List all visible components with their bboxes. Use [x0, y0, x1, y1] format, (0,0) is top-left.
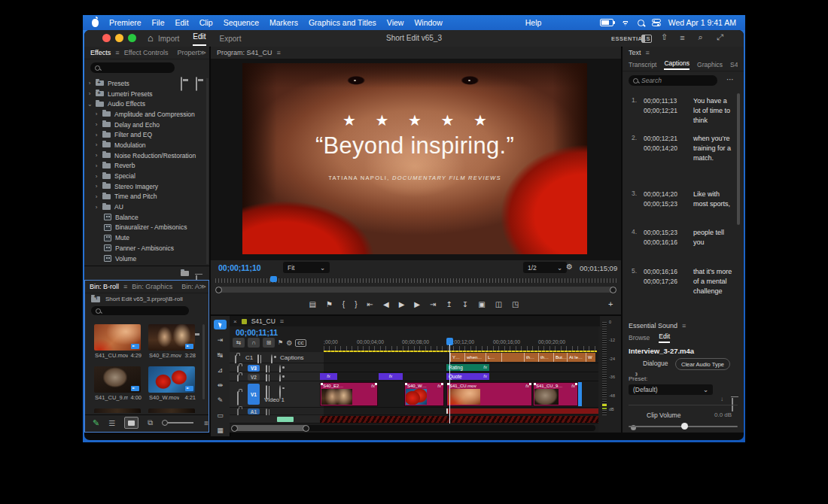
- chevron-icon[interactable]: [94, 121, 99, 128]
- zoom-level-dropdown[interactable]: Fit⌄: [283, 262, 330, 273]
- workspace-icon[interactable]: [641, 35, 652, 43]
- ripple-edit-tool[interactable]: ↹: [214, 350, 227, 360]
- bin-search-input[interactable]: [91, 306, 189, 315]
- add-marker-icon[interactable]: ⚑: [278, 339, 283, 346]
- video-clip-sliver[interactable]: [578, 382, 582, 406]
- effects-tree-item[interactable]: Volume: [84, 254, 206, 264]
- sort-menu-icon[interactable]: ≡: [204, 419, 209, 427]
- expand-icon[interactable]: ⤢: [715, 32, 725, 41]
- wifi-icon[interactable]: [621, 20, 630, 26]
- caption-clip[interactable]: W: [586, 353, 595, 362]
- track-a1-content[interactable]: [324, 408, 598, 415]
- effects-tree-item[interactable]: Audio Effects: [84, 99, 206, 109]
- transport-button[interactable]: ↥: [446, 300, 452, 308]
- rectangle-tool[interactable]: ▭: [214, 410, 227, 420]
- share-icon[interactable]: ⇧: [659, 32, 669, 41]
- clip-thumbnail[interactable]: [94, 408, 141, 413]
- track-v2-content[interactable]: fx fx Quotefx: [324, 372, 598, 381]
- effects-tree-item[interactable]: Lumetri Presets: [84, 89, 206, 99]
- scrollbar-knob-right[interactable]: [610, 287, 616, 293]
- captions-scrollbar[interactable]: [737, 93, 740, 225]
- panel-menu-icon[interactable]: ≡: [682, 322, 686, 329]
- track-target-badge[interactable]: V2: [248, 374, 260, 381]
- caption-clip[interactable]: when…: [464, 353, 486, 362]
- chevron-icon[interactable]: [94, 141, 99, 148]
- track-v1-content[interactable]: S40_E2…fx S40_W…fx S41_CU.movfx S41_CU_9…: [324, 381, 598, 408]
- effects-tree-item[interactable]: Panner - Ambisonics: [84, 243, 206, 254]
- transport-button[interactable]: ▤: [309, 300, 315, 308]
- tab-effects[interactable]: Effects: [84, 49, 115, 56]
- zoom-slider[interactable]: [162, 420, 193, 426]
- quote-graphic-clip[interactable]: Quotefx: [446, 373, 489, 380]
- menu-item[interactable]: Markers: [269, 18, 298, 27]
- effects-tree-item[interactable]: Balance: [84, 212, 206, 223]
- tab-properties[interactable]: Properties: [173, 49, 199, 56]
- menu-item[interactable]: File: [152, 18, 165, 27]
- type-tool[interactable]: ▦: [214, 425, 227, 435]
- audio-clip[interactable]: [446, 408, 598, 414]
- timeline-scrollbar-thumb[interactable]: [233, 425, 308, 431]
- chevron-icon[interactable]: [94, 162, 99, 169]
- scrollbar-knob-left[interactable]: [231, 425, 238, 432]
- video-clip[interactable]: S41_CU.movfx: [446, 382, 532, 406]
- transport-button[interactable]: ◀: [383, 300, 389, 308]
- caption-text[interactable]: people tell you: [693, 228, 735, 247]
- effects-tree-item[interactable]: Binauralizer - Ambisonics: [84, 223, 206, 233]
- chevron-icon[interactable]: [94, 152, 99, 159]
- captions-badge[interactable]: CC: [295, 339, 306, 347]
- list-view-icon[interactable]: ☰: [108, 419, 115, 427]
- menu-item[interactable]: Premiere: [109, 18, 142, 27]
- bin-clip[interactable]: S40_E2.mov 3:28: [148, 324, 196, 359]
- effects-scrollbar[interactable]: [206, 78, 209, 264]
- menu-item[interactable]: Sequence: [224, 18, 259, 27]
- chevron-icon[interactable]: [94, 193, 99, 200]
- bin-clip[interactable]: S41_CU.mov 4:29: [94, 324, 142, 359]
- slip-tool[interactable]: ⇹: [214, 380, 227, 390]
- bin-clip[interactable]: S40_W.mov 4:21: [148, 366, 196, 401]
- track-header-v1[interactable]: V1 Video 1: [230, 381, 324, 408]
- chevron-icon[interactable]: [94, 132, 99, 138]
- close-icon[interactable]: ×: [233, 318, 237, 325]
- minimize-window-button[interactable]: [115, 34, 123, 42]
- effects-tree-item[interactable]: Amplitude and Compression: [84, 109, 206, 120]
- effects-tree-item[interactable]: Special: [84, 171, 206, 181]
- bin-clip[interactable]: [148, 408, 196, 413]
- text-panel-title[interactable]: Text: [623, 49, 646, 56]
- transport-button[interactable]: ▣: [478, 300, 485, 308]
- tab-edit[interactable]: Edit: [659, 332, 670, 343]
- battery-icon[interactable]: [600, 19, 613, 26]
- scrollbar-knob-right[interactable]: [303, 425, 309, 432]
- track-header-a2[interactable]: [230, 415, 324, 424]
- transport-button[interactable]: ▶: [414, 300, 420, 308]
- video-clip[interactable]: S41_CU_9…fx: [533, 382, 578, 406]
- tab-bin-broll[interactable]: Bin: B-roll: [85, 283, 123, 290]
- clip-thumbnail[interactable]: [94, 366, 141, 393]
- playback-resolution-dropdown[interactable]: 1/2⌄: [523, 262, 567, 273]
- caption-clip[interactable]: At le…: [567, 353, 586, 362]
- timeline-timecode[interactable]: 00;00;11;11: [236, 328, 278, 337]
- effects-tree-item[interactable]: Reverb: [84, 161, 206, 172]
- menu-item[interactable]: Edit: [175, 18, 189, 27]
- caption-clip[interactable]: But…: [553, 353, 567, 362]
- bin-scrollbar[interactable]: [202, 324, 205, 399]
- track-c1-content[interactable]: Y… when… L… th… th… But… At le… W: [324, 352, 598, 363]
- transport-button[interactable]: ⇤: [367, 300, 373, 308]
- snap-magnet-icon[interactable]: ∩: [248, 338, 260, 348]
- audio-clip-hatched[interactable]: [320, 416, 598, 423]
- track-target-badge[interactable]: A1: [248, 408, 260, 414]
- filmstrip-view-icon[interactable]: ⧉: [148, 418, 153, 427]
- menu-item[interactable]: View: [387, 18, 404, 27]
- search-plus-icon[interactable]: ⌕: [696, 32, 705, 41]
- tab-overflow-icon[interactable]: ≫: [199, 49, 209, 56]
- razor-tool[interactable]: ⊿: [214, 365, 227, 375]
- effects-tree-item[interactable]: Stereo Imagery: [84, 181, 206, 192]
- bin-breadcrumb[interactable]: Short Edit v65_3.prproj\B-roll: [85, 293, 209, 305]
- caption-text[interactable]: that it’s more of a mental challenge: [693, 267, 735, 296]
- chevron-icon[interactable]: [94, 183, 99, 190]
- folder-up-icon[interactable]: [91, 296, 100, 302]
- effects-search-input[interactable]: [90, 62, 175, 73]
- add-button[interactable]: +: [608, 299, 613, 308]
- captions-search-input[interactable]: Search: [629, 75, 717, 86]
- transport-button[interactable]: ▶: [399, 300, 405, 308]
- caption-text[interactable]: Like with most sports,: [693, 190, 735, 209]
